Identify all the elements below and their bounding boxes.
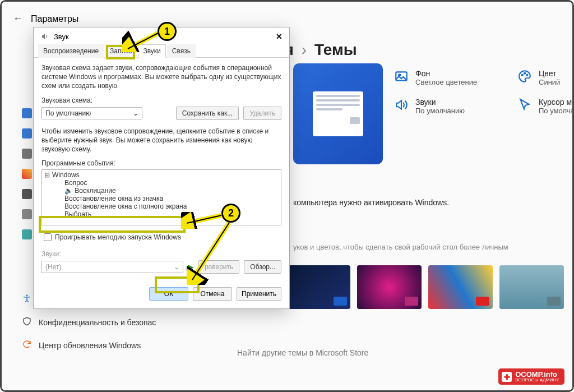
close-button[interactable]: ✕ xyxy=(276,32,283,41)
activation-warning: компьютера нужно активировать Windows. xyxy=(293,198,449,207)
chevron-right-icon: › xyxy=(302,41,307,59)
svg-line-11 xyxy=(192,223,229,280)
event-item[interactable]: Вопрос xyxy=(44,179,279,187)
event-item[interactable]: 🔈 Восклицание xyxy=(44,187,279,195)
themes-hint-text: уков и цветов, чтобы сделать свой рабочи… xyxy=(293,243,508,251)
privacy-icon xyxy=(22,316,32,328)
theme-accent-icon xyxy=(476,297,489,306)
tile-title: Фон xyxy=(415,69,477,78)
events-listbox[interactable]: ⊟ Windows Вопрос🔈 Восклицание Восстановл… xyxy=(41,169,281,225)
system-icon[interactable] xyxy=(22,108,32,118)
theme-thumbnail[interactable] xyxy=(499,265,564,309)
save-as-button[interactable]: Сохранить как... xyxy=(176,107,239,120)
sidebar-icon-strip xyxy=(22,108,32,239)
chevron-down-icon: ⌄ xyxy=(133,109,138,117)
theme-accent-icon xyxy=(334,297,347,306)
preview-window-icon xyxy=(313,91,363,136)
scheme-combobox[interactable]: По умолчанию ⌄ xyxy=(41,107,142,119)
dialog-tab[interactable]: Связь xyxy=(167,44,196,58)
tile-subtitle: По умолча xyxy=(539,107,574,115)
events-description: Чтобы изменить звуковое сопровождение, щ… xyxy=(41,127,281,154)
apply-button[interactable]: Применить xyxy=(237,287,281,301)
tile-subtitle: Светлое цветение xyxy=(415,78,477,86)
theme-tile[interactable]: Фон Светлое цветение xyxy=(394,69,506,86)
sidebar-label: Конфиденциальность и безопас xyxy=(39,318,156,327)
chevron-down-icon: ⌄ xyxy=(174,263,179,271)
accessibility-icon xyxy=(22,293,32,305)
theme-accent-icon xyxy=(547,297,561,306)
startup-sound-checkbox[interactable] xyxy=(44,233,52,241)
breadcrumb-current: Темы xyxy=(314,41,357,59)
time-icon[interactable] xyxy=(22,229,32,239)
palette-icon xyxy=(517,69,532,84)
dialog-footer: ОК Отмена Применить xyxy=(34,282,289,308)
event-item[interactable]: Восстановление окна из значка xyxy=(44,195,279,202)
scheme-description: Звуковая схема задает звуки, сопровождаю… xyxy=(41,63,281,91)
svg-point-4 xyxy=(526,75,527,76)
svg-point-2 xyxy=(522,75,523,76)
theme-thumbnail[interactable] xyxy=(357,265,422,309)
svg-line-7 xyxy=(128,33,158,49)
header-bar: ← Параметры xyxy=(13,13,78,25)
tile-title: Звуки xyxy=(415,98,465,107)
bluetooth-icon[interactable] xyxy=(22,128,32,139)
dialog-body: Звуковая схема задает звуки, сопровождаю… xyxy=(34,58,289,282)
svg-point-5 xyxy=(26,294,28,296)
theme-tile[interactable]: Цвет Синий xyxy=(517,69,574,86)
event-item[interactable]: Восстановление окна с полного экрана xyxy=(44,202,279,210)
cursor-icon xyxy=(517,98,532,112)
svg-point-3 xyxy=(524,73,525,74)
scheme-value: По умолчанию xyxy=(45,109,91,117)
sound-dialog: Звук ✕ ВоспроизведениеЗаписьЗвукиСвязь З… xyxy=(33,27,290,309)
tile-title: Цвет xyxy=(539,69,560,78)
sounds-label: Звуки: xyxy=(41,250,281,258)
tree-root[interactable]: ⊟ Windows xyxy=(44,171,279,179)
theme-preview xyxy=(293,63,383,164)
events-label: Программные события: xyxy=(41,159,281,167)
theme-tile[interactable]: Звуки По умолчанию xyxy=(394,98,506,115)
cancel-button[interactable]: Отмена xyxy=(193,287,232,301)
scheme-label: Звуковая схема: xyxy=(41,96,281,104)
theme-accent-icon xyxy=(405,297,418,306)
theme-property-tiles: Фон Светлое цветение Цвет Синий Звуки По… xyxy=(394,69,574,115)
watermark-sub: ВОПРОСЫ АДМИНУ xyxy=(515,378,559,382)
tile-subtitle: По умолчанию xyxy=(415,107,465,115)
event-item[interactable]: Выбрать xyxy=(44,210,279,218)
sidebar-label: Центр обновления Windows xyxy=(39,341,141,350)
update-icon xyxy=(22,339,32,351)
windows-icon: ⊟ xyxy=(44,171,50,179)
startup-sound-row[interactable]: Проигрывать мелодию запуска Windows xyxy=(41,230,281,245)
delete-button: Удалить xyxy=(243,107,281,120)
apps-icon[interactable] xyxy=(22,189,32,199)
sound-icon xyxy=(394,98,409,112)
theme-thumbnail[interactable] xyxy=(286,265,350,309)
network-icon[interactable] xyxy=(22,149,32,159)
callout-1: 1 xyxy=(158,22,177,41)
sound-combobox: (Нет) ⌄ xyxy=(41,261,183,273)
tile-title: Курсор мь xyxy=(539,98,574,107)
accounts-icon[interactable] xyxy=(22,209,32,219)
arrow-2b xyxy=(187,220,237,285)
callout-2: 2 xyxy=(221,204,240,223)
dialog-title: Звук xyxy=(54,33,69,41)
arrow-1 xyxy=(122,30,161,52)
theme-thumbnail[interactable] xyxy=(428,265,493,309)
store-link[interactable]: Найти другие темы в Microsoft Store xyxy=(237,348,368,357)
browse-button[interactable]: Обзор... xyxy=(244,260,281,274)
sound-value: (Нет) xyxy=(45,263,61,271)
back-arrow-icon[interactable]: ← xyxy=(13,13,23,25)
sidebar-item[interactable]: Центр обновления Windows xyxy=(22,339,156,351)
startup-sound-label: Проигрывать мелодию запуска Windows xyxy=(55,233,181,241)
ok-button[interactable]: ОК xyxy=(149,287,188,301)
tile-subtitle: Синий xyxy=(539,78,560,86)
image-icon xyxy=(394,69,409,84)
speaker-icon xyxy=(40,32,49,41)
personalization-icon[interactable] xyxy=(22,169,32,179)
dialog-tab[interactable]: Воспроизведение xyxy=(38,44,104,58)
settings-background: ← Параметры ция › Темы Фон Светлое цвете… xyxy=(2,2,572,390)
sidebar-item[interactable]: Конфиденциальность и безопас xyxy=(22,316,156,328)
app-title: Параметры xyxy=(31,14,78,24)
dialog-tabs: ВоспроизведениеЗаписьЗвукиСвязь xyxy=(34,44,289,58)
watermark: OCOMP.info ВОПРОСЫ АДМИНУ xyxy=(498,368,564,385)
theme-tile[interactable]: Курсор мь По умолча xyxy=(517,98,574,115)
